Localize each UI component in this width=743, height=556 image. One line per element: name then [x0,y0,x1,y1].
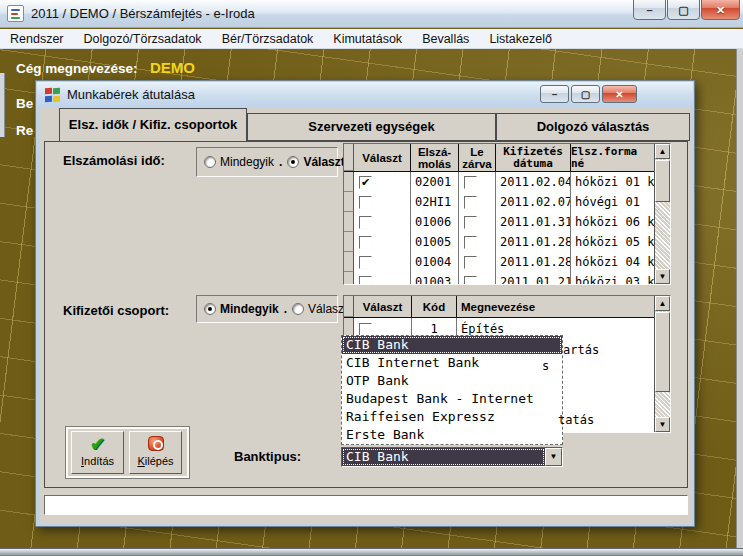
hidden-row-fragment: s [542,359,549,373]
radio-icon [292,303,304,315]
munkaberek-atutalasa-dialog: Munkabérek átutalása – ▢ ✕ Elsz. idők / … [35,80,695,527]
col-valaszt: Választ [354,144,411,171]
clipped-text-fragment: Be [16,96,33,111]
tab-szervezeti-egysegek[interactable]: Szervezeti egységek [247,113,496,141]
col-lezarva: Le zárva [459,144,496,171]
radio-mindegyik[interactable]: Mindegyik [204,302,279,316]
screen: 2011 / DEMO / Bérszámfejtés - e-Iroda – … [0,0,743,556]
bank-dropdown-list: CIB Bank CIB Internet Bank OTP Bank Buda… [341,335,563,445]
inditas-button[interactable]: ✔ Indítás [71,431,124,474]
closed-checkbox[interactable] [464,276,477,286]
table-row[interactable]: 02HI1 2011.02.07 hóvégi 01 [344,192,654,212]
radio-icon [287,156,299,168]
tab-elsz-idok-kifiz-csoportok[interactable]: Elsz. idők / Kifiz. csoportok [59,108,247,141]
banktipus-combobox[interactable]: CIB Bank ▼ [341,447,563,467]
radio-separator: . [279,155,282,169]
dropdown-item-cib-bank[interactable]: CIB Bank [342,336,562,354]
window-frame-bottom [0,548,743,556]
period-table-scrollbar[interactable]: ▲ ▼ [654,144,670,284]
radio-mindegyik[interactable]: Mindegyik [204,155,274,169]
radio-separator: . [284,302,287,316]
combobox-arrow-icon[interactable]: ▼ [545,448,562,466]
table-row[interactable]: 01005 2011.01.28 hóközi 05 kor [344,232,654,252]
table-row[interactable]: 01006 2011.01.31 hóközi 06 kor [344,212,654,232]
row-checkbox[interactable] [359,236,372,249]
minimize-button[interactable]: – [633,0,666,20]
dialog-maximize-button[interactable]: ▢ [571,85,600,103]
stop-icon [148,436,164,451]
closed-checkbox[interactable] [464,256,477,269]
dropdown-item-otp-bank[interactable]: OTP Bank [342,372,562,390]
app-icon [7,5,24,22]
window-frame-edge [736,49,743,548]
scroll-up-icon[interactable]: ▲ [655,144,670,159]
elszamolasi-ido-radiogroup: Mindegyik . Választott [196,147,338,177]
desktop-client-area: Cég megnevezése: DEMO Be Re Munkabérek á… [0,49,743,548]
status-field [44,495,688,515]
company-label: Cég megnevezése: [16,61,138,76]
row-checkbox[interactable] [359,276,372,286]
clipped-text-fragment: Re [16,123,33,138]
maximize-button[interactable]: ▢ [667,0,700,20]
menu-dolgozo-torzsadatok[interactable]: Dolgozó/Törzsadatok [74,29,212,49]
kifizetoi-csoport-radiogroup: Mindegyik . Választott [196,295,338,323]
scrollbar-thumb[interactable] [655,312,670,392]
menu-bevallas[interactable]: Bevallás [412,29,479,49]
col-elszamolas: Elszá- molás [411,144,459,171]
closed-checkbox[interactable] [464,196,477,209]
period-table: Választ Elszá- molás Le zárva Kifizetés [343,143,671,285]
dropdown-item-budapest-bank-internet[interactable]: Budapest Bank - Internet [342,390,562,408]
tabstrip: Elsz. idők / Kifiz. csoportok Szervezeti… [40,107,692,141]
dropdown-item-erste-bank[interactable]: Erste Bank [342,426,562,444]
table-row[interactable]: 01003 2011.01.21 hóközi 03 kor [344,272,654,285]
menu-rendszer[interactable]: Rendszer [0,29,74,49]
col-kod: Kód [412,296,457,317]
row-checkbox[interactable]: ✔ [359,176,372,189]
kilepes-button[interactable]: Kilépés [129,431,182,474]
group-table-scrollbar[interactable]: ▲ ▼ [654,296,670,432]
check-icon: ✔ [90,434,105,454]
radio-icon [204,303,216,315]
scroll-down-icon[interactable]: ▼ [655,417,670,432]
close-button[interactable]: ✕ [701,0,740,20]
closed-checkbox[interactable] [464,176,477,189]
window-frame-edge [0,73,5,137]
company-name-line: Cég megnevezése: DEMO [16,59,195,77]
menubar: Rendszer Dolgozó/Törzsadatok Bér/Törzsad… [0,29,743,49]
windows-flag-icon [45,87,61,103]
row-checkbox[interactable] [359,196,372,209]
combobox-value[interactable]: CIB Bank [342,448,545,466]
dialog-minimize-button[interactable]: – [540,85,569,103]
elszamolasi-ido-label: Elszámolási idő: [63,153,165,168]
menu-listakezelo[interactable]: Listakezelő [479,29,562,49]
dialog-body: Elsz. idők / Kifiz. csoportok Szervezeti… [40,107,692,524]
dropdown-item-cib-internet-bank[interactable]: CIB Internet Bank [342,354,562,372]
group-table-header: Választ Kód Megnevezése [344,296,654,318]
radio-icon [204,156,216,168]
dialog-titlebar[interactable]: Munkabérek átutalása – ▢ ✕ [37,82,693,107]
col-elsz-forma: Elsz.forma né [571,144,656,171]
row-checkbox[interactable] [359,323,372,336]
row-checkbox[interactable] [359,216,372,229]
col-kifizetes-datuma: Kifizetés dátuma [496,144,571,171]
menu-ber-torzsadatok[interactable]: Bér/Törzsadatok [212,29,324,49]
scroll-up-icon[interactable]: ▲ [655,296,670,311]
tab-dolgozo-valasztas[interactable]: Dolgozó választás [496,113,690,141]
table-row[interactable]: 01004 2011.01.28 hóközi 04 kor [344,252,654,272]
col-valaszt: Választ [354,296,412,317]
col-megnevezese: Megnevezése [457,296,656,317]
action-buttons-box: ✔ Indítás Kilépés [66,427,189,478]
main-window-title: 2011 / DEMO / Bérszámfejtés - e-Iroda [31,0,255,28]
main-titlebar: 2011 / DEMO / Bérszámfejtés - e-Iroda – … [0,0,743,28]
hidden-row-fragment: tatás [558,413,594,427]
row-checkbox[interactable] [359,256,372,269]
scroll-down-icon[interactable]: ▼ [655,269,670,284]
closed-checkbox[interactable] [464,216,477,229]
scrollbar-thumb[interactable] [655,160,670,202]
dialog-close-button[interactable]: ✕ [602,85,637,103]
menu-kimutatasok[interactable]: Kimutatások [323,29,412,49]
dropdown-item-raiffeisen-expressz[interactable]: Raiffeisen Expressz [342,408,562,426]
closed-checkbox[interactable] [464,236,477,249]
dialog-title: Munkabérek átutalása [67,82,195,107]
table-row[interactable]: ✔ 02001 2011.02.04 hóközi 01 kor [344,172,654,192]
